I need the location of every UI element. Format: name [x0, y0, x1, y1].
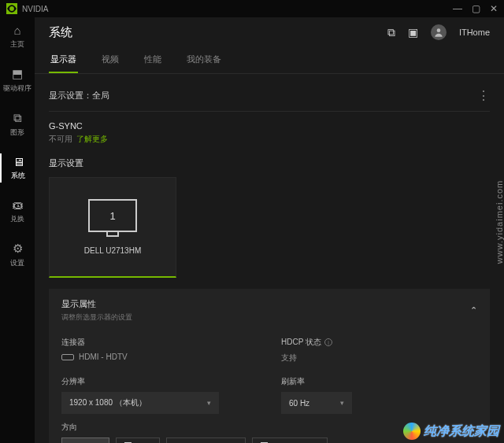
maximize-button[interactable]: ▢: [472, 3, 480, 14]
sidebar-item-label: 驱动程序: [3, 83, 32, 94]
monitor-name: DELL U2713HM: [84, 246, 141, 255]
sidebar-item-home[interactable]: ⌂ 主页: [0, 22, 35, 51]
orientation-landscape-flipped[interactable]: 横向（翻转）: [166, 437, 246, 443]
avatar[interactable]: [431, 24, 447, 40]
minimize-button[interactable]: —: [453, 3, 462, 14]
caret-down-icon: ▾: [207, 399, 211, 407]
svg-point-0: [437, 28, 441, 32]
resolution-value: 1920 x 1080 （本机）: [69, 397, 146, 408]
monitor-icon: 1: [88, 199, 137, 232]
chevron-up-icon[interactable]: ⌃: [470, 305, 477, 316]
hdcp-label-text: HDCP 状态: [281, 337, 321, 348]
tab-display[interactable]: 显示器: [49, 47, 78, 73]
gsync-status-text: 不可用: [49, 135, 72, 143]
watermark-bottom: 纯净系统家园: [403, 423, 499, 440]
hdmi-icon: [61, 354, 74, 360]
orientation-landscape[interactable]: 横向: [61, 437, 109, 443]
connector-field: 连接器 HDMI - HDTV: [61, 337, 258, 364]
user-icon: [433, 27, 444, 38]
header: 系统 ⧉ ▣ ITHome: [35, 17, 504, 47]
display-attrs-panel: 显示属性 调整所选显示器的设置 ⌃ 连接器 HDMI - HDTV: [49, 289, 490, 443]
connector-value: HDMI - HDTV: [61, 353, 258, 361]
sidebar: ⌂ 主页 ⬒ 驱动程序 ⧉ 图形 🖥 系统 🎟 兑换 ⚙ 设置: [0, 17, 35, 443]
connector-label: 连接器: [61, 337, 258, 348]
sidebar-item-label: 系统: [11, 171, 25, 181]
sidebar-item-label: 设置: [10, 258, 24, 268]
close-button[interactable]: ✕: [490, 3, 498, 14]
share-icon[interactable]: ⧉: [387, 26, 395, 39]
resolution-select[interactable]: 1920 x 1080 （本机） ▾: [61, 392, 219, 414]
titlebar: NVIDIA — ▢ ✕: [0, 0, 504, 17]
refresh-label: 刷新率: [281, 376, 477, 387]
watermark-text: 纯净系统家园: [424, 423, 499, 440]
orientation-portrait-flipped[interactable]: 纵向（翻转）: [252, 437, 328, 443]
notification-icon[interactable]: ▣: [408, 26, 418, 39]
connector-value-text: HDMI - HDTV: [79, 353, 128, 361]
tab-performance[interactable]: 性能: [143, 47, 163, 73]
system-icon: 🖥: [13, 155, 24, 168]
gsync-status: 不可用 了解更多: [49, 134, 490, 145]
refresh-field: 刷新率 60 Hz ▾: [281, 368, 477, 414]
sidebar-item-label: 图形: [10, 127, 24, 138]
watermark-side: www.yidaimei.com: [495, 179, 504, 263]
tab-video[interactable]: 视频: [100, 47, 120, 73]
refresh-value: 60 Hz: [289, 399, 309, 408]
home-icon: ⌂: [13, 24, 20, 37]
gsync-section: G-SYNC 不可用 了解更多: [49, 112, 490, 156]
gsync-title: G-SYNC: [49, 121, 490, 131]
window-controls: — ▢ ✕: [453, 3, 498, 14]
info-icon[interactable]: i: [324, 338, 332, 346]
global-settings-row: 显示设置：全局 ⋮: [49, 83, 490, 112]
hdcp-field: HDCP 状态 i 支持: [281, 337, 477, 364]
orientation-portrait[interactable]: 纵向: [116, 437, 160, 443]
redeem-icon: 🎟: [12, 198, 24, 212]
global-settings-label: 显示设置：全局: [49, 90, 109, 102]
sidebar-item-label: 主页: [10, 39, 24, 50]
tab-gear[interactable]: 我的装备: [185, 47, 223, 73]
gear-icon: ⚙: [13, 242, 23, 256]
attrs-title: 显示属性: [61, 298, 132, 310]
graphics-icon: ⧉: [13, 111, 22, 125]
resolution-field: 分辨率 1920 x 1080 （本机） ▾: [61, 368, 258, 414]
attrs-subtitle: 调整所选显示器的设置: [61, 312, 132, 323]
display-settings-title: 显示设置: [49, 157, 490, 169]
brand-text: NVIDIA: [22, 5, 453, 13]
more-icon[interactable]: ⋮: [477, 88, 490, 103]
page-title: 系统: [49, 25, 387, 40]
sidebar-item-system[interactable]: 🖥 系统: [0, 153, 35, 183]
refresh-select[interactable]: 60 Hz ▾: [281, 392, 352, 414]
sidebar-item-settings[interactable]: ⚙ 设置: [0, 240, 35, 270]
sidebar-item-label: 兑换: [10, 214, 24, 224]
hdcp-label: HDCP 状态 i: [281, 337, 477, 348]
sidebar-item-redeem[interactable]: 🎟 兑换: [0, 197, 35, 226]
sidebar-item-drivers[interactable]: ⬒ 驱动程序: [0, 65, 35, 95]
resolution-label: 分辨率: [61, 376, 258, 387]
drivers-icon: ⬒: [12, 67, 23, 81]
sidebar-item-graphics[interactable]: ⧉ 图形: [0, 109, 35, 139]
monitor-number: 1: [109, 210, 115, 222]
hdcp-value: 支持: [281, 353, 477, 364]
username[interactable]: ITHome: [459, 28, 490, 37]
nvidia-logo-icon: [6, 3, 17, 14]
tabs: 显示器 视频 性能 我的装备: [35, 47, 504, 74]
learn-more-link[interactable]: 了解更多: [76, 135, 108, 143]
caret-down-icon: ▾: [340, 399, 344, 407]
monitor-card[interactable]: 1 DELL U2713HM: [49, 177, 176, 278]
watermark-logo-icon: [403, 423, 421, 440]
